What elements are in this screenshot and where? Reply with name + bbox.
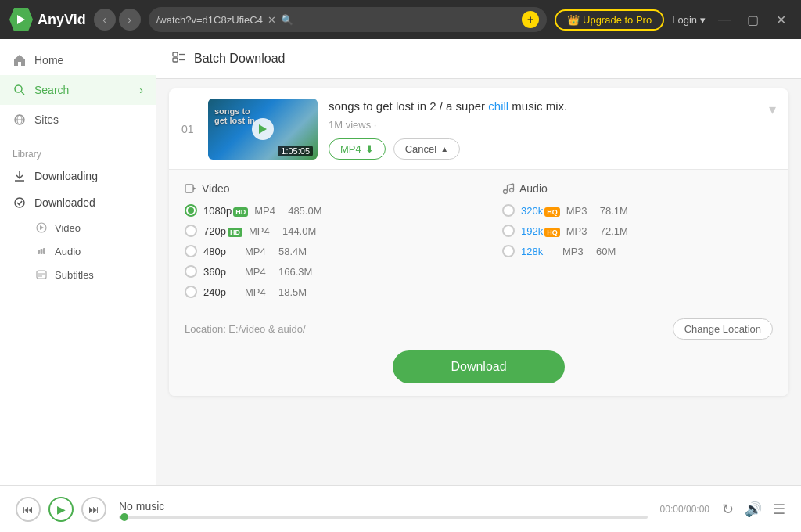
format-row-720p[interactable]: 720pHD MP4 144.0M (185, 225, 455, 237)
format-row-320k[interactable]: 320kHQ MP3 78.1M (502, 204, 773, 217)
chevron-right-icon: › (139, 84, 143, 96)
radio-480p[interactable] (185, 245, 197, 257)
sidebar-item-home[interactable]: Home (0, 45, 156, 75)
quality-720p: 720pHD (203, 225, 242, 237)
sidebar-item-downloaded[interactable]: Downloaded (0, 189, 156, 216)
quality-192k: 192kHQ (521, 225, 560, 237)
back-button[interactable]: ‹ (94, 9, 116, 31)
size-480p: 58.4M (278, 246, 318, 257)
radio-320k[interactable] (502, 204, 515, 217)
nav-buttons: ‹ › (94, 9, 141, 31)
title-chill: chill (488, 99, 508, 113)
quality-128k: 128k (521, 246, 556, 257)
svg-point-1 (15, 85, 22, 92)
volume-button[interactable]: 🔊 (745, 501, 762, 518)
video-item: 01 songs toget lost in 1:05:05 songs to … (169, 88, 788, 396)
video-label: Video (55, 222, 81, 234)
logo-icon (9, 8, 33, 31)
format-row-128k[interactable]: 128k MP3 60M (502, 245, 773, 257)
address-search-icon[interactable]: 🔍 (281, 14, 293, 26)
main-layout: Home Search › Sites Library Downloading (0, 39, 801, 485)
cancel-label: Cancel (405, 143, 436, 155)
title-part2: music mix. (508, 99, 567, 113)
video-col-header: Video (185, 182, 455, 195)
chevron-down-icon: ▾ (700, 14, 706, 26)
crown-icon: 👑 (567, 14, 580, 26)
radio-720p[interactable] (185, 225, 197, 237)
sidebar-item-search[interactable]: Search › (0, 75, 156, 105)
downloaded-icon (13, 196, 27, 210)
svg-rect-17 (173, 58, 178, 62)
expand-icon[interactable]: ▾ (769, 101, 776, 118)
player-controls: ⏮ ▶ ⏭ (16, 497, 106, 522)
sidebar-item-audio[interactable]: Audio (0, 239, 156, 263)
radio-128k[interactable] (502, 245, 515, 257)
sidebar-item-subtitles[interactable]: Subtitles (0, 263, 156, 286)
format-row-240p[interactable]: 240p MP4 18.5M (185, 286, 455, 298)
format-row-360p[interactable]: 360p MP4 166.3M (185, 265, 455, 278)
type-720p: MP4 (249, 225, 276, 237)
svg-marker-20 (259, 124, 267, 134)
format-row-192k[interactable]: 192kHQ MP3 72.1M (502, 225, 773, 237)
sidebar-nav: Home Search › Sites (0, 39, 156, 141)
play-icon (252, 118, 274, 140)
batch-title: Batch Download (194, 52, 286, 66)
minimize-button[interactable]: — (713, 9, 735, 31)
title-part1: songs to get lost in 2 / a super (329, 99, 488, 113)
radio-192k[interactable] (502, 225, 515, 237)
maximize-button[interactable]: ▢ (742, 9, 763, 31)
type-1080p: MP4 (254, 205, 282, 217)
downloading-label: Downloading (34, 170, 98, 182)
video-item-header: 01 songs toget lost in 1:05:05 songs to … (169, 88, 788, 169)
mp4-button[interactable]: MP4 ⬇ (329, 138, 386, 160)
forward-button[interactable]: › (119, 9, 141, 31)
quality-360p: 360p (203, 266, 239, 278)
upgrade-button[interactable]: 👑 Upgrade to Pro (555, 9, 664, 31)
next-button[interactable]: ⏭ (81, 497, 106, 522)
format-row-1080p[interactable]: 1080pHD MP4 485.0M (185, 204, 455, 217)
login-button[interactable]: Login ▾ (672, 14, 706, 26)
sidebar-item-video[interactable]: Video (0, 216, 156, 239)
playlist-button[interactable]: ☰ (773, 501, 785, 518)
sidebar-item-sites[interactable]: Sites (0, 105, 156, 135)
login-label: Login (672, 14, 697, 26)
address-close-icon[interactable]: ✕ (268, 14, 276, 26)
type-320k: MP3 (566, 205, 594, 217)
address-bar[interactable]: /watch?v=d1C8zUfieC4 ✕ 🔍 + (149, 7, 547, 32)
play-button[interactable]: ▶ (48, 497, 74, 522)
cancel-button[interactable]: Cancel ▲ (393, 138, 460, 160)
radio-240p[interactable] (185, 286, 197, 298)
app-logo: AnyVid (9, 8, 86, 31)
quality-320k: 320kHQ (521, 205, 560, 217)
subtitles-label: Subtitles (55, 269, 94, 281)
type-360p: MP4 (245, 266, 272, 278)
progress-bar[interactable] (119, 516, 648, 519)
repeat-button[interactable]: ↻ (722, 501, 734, 518)
radio-360p[interactable] (185, 265, 197, 278)
radio-1080p[interactable] (185, 204, 197, 217)
svg-rect-11 (43, 248, 45, 254)
home-label: Home (34, 54, 63, 66)
change-location-button[interactable]: Change Location (673, 318, 773, 340)
video-thumbnail: songs toget lost in 1:05:05 (208, 99, 318, 160)
size-1080p: 485.0M (288, 205, 327, 217)
video-views: 1M views · (329, 119, 758, 131)
add-tab-button[interactable]: + (522, 11, 539, 28)
player-time: 00:00/00:00 (660, 504, 709, 515)
sites-icon (13, 113, 27, 127)
progress-dot (120, 513, 128, 521)
video-icon (34, 221, 48, 235)
close-button[interactable]: ✕ (770, 9, 792, 31)
player-bar: ⏮ ▶ ⏭ No music 00:00/00:00 ↻ 🔊 ☰ (0, 485, 801, 532)
previous-button[interactable]: ⏮ (16, 497, 41, 522)
svg-marker-0 (17, 15, 25, 24)
address-text: /watch?v=d1C8zUfieC4 (156, 14, 263, 26)
video-actions: MP4 ⬇ Cancel ▲ (329, 138, 758, 160)
home-icon (13, 53, 27, 67)
format-row-480p[interactable]: 480p MP4 58.4M (185, 245, 455, 257)
format-panel: Video 1080pHD MP4 485.0M 720pHD (169, 169, 788, 396)
download-button[interactable]: Download (393, 350, 565, 383)
sidebar-item-downloading[interactable]: Downloading (0, 163, 156, 189)
content-area: Batch Download 01 songs toget lost in 1:… (156, 39, 801, 485)
window-controls: — ▢ ✕ (713, 9, 792, 31)
